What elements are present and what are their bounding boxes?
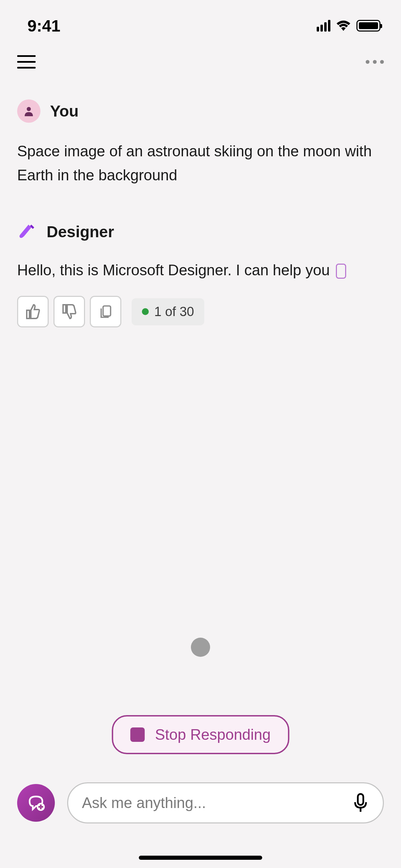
user-message: You Space image of an astronaut skiing o… (17, 99, 384, 188)
chat-container: You Space image of an astronaut skiing o… (0, 79, 401, 327)
bot-message: Designer Hello, this is Microsoft Design… (17, 222, 384, 327)
status-icons (317, 20, 380, 32)
status-time: 9:41 (27, 16, 60, 35)
response-counter: 1 of 30 (132, 298, 204, 325)
menu-button[interactable] (17, 55, 36, 69)
counter-text: 1 of 30 (154, 304, 194, 319)
loading-indicator (191, 638, 210, 657)
stop-icon (130, 727, 145, 742)
user-name: You (50, 102, 78, 120)
signal-icon (317, 20, 330, 32)
input-area (0, 782, 401, 823)
typing-cursor (336, 264, 346, 279)
copy-button[interactable] (90, 296, 121, 327)
stop-label: Stop Responding (155, 726, 271, 743)
svg-point-0 (27, 107, 31, 111)
bot-avatar (17, 222, 37, 242)
battery-icon (356, 20, 380, 32)
thumbs-down-icon (61, 303, 77, 320)
header (0, 45, 401, 79)
copy-icon (98, 304, 113, 319)
bot-text: Hello, this is Microsoft Designer. I can… (17, 258, 384, 282)
thumbs-up-icon (25, 303, 41, 320)
wifi-icon (337, 21, 350, 31)
feedback-row: 1 of 30 (17, 296, 384, 327)
input-box[interactable] (67, 782, 384, 823)
svg-rect-3 (358, 794, 363, 805)
status-bar: 9:41 (0, 0, 401, 45)
thumbs-up-button[interactable] (17, 296, 49, 327)
new-chat-button[interactable] (17, 784, 55, 822)
bot-message-header: Designer (17, 222, 384, 242)
status-dot (142, 308, 149, 315)
more-button[interactable] (366, 60, 384, 64)
home-indicator[interactable] (139, 856, 262, 860)
designer-icon (19, 223, 36, 240)
microphone-icon[interactable] (352, 793, 369, 813)
bot-text-content: Hello, this is Microsoft Designer. I can… (17, 262, 334, 278)
chat-plus-icon (26, 793, 46, 812)
thumbs-down-button[interactable] (53, 296, 85, 327)
bot-name: Designer (47, 222, 114, 241)
chat-input[interactable] (82, 794, 352, 811)
person-icon (23, 105, 35, 117)
svg-rect-1 (103, 306, 111, 316)
user-avatar (17, 99, 40, 123)
user-message-header: You (17, 99, 384, 123)
stop-responding-button[interactable]: Stop Responding (112, 715, 289, 754)
user-text: Space image of an astronaut skiing on th… (17, 139, 384, 188)
